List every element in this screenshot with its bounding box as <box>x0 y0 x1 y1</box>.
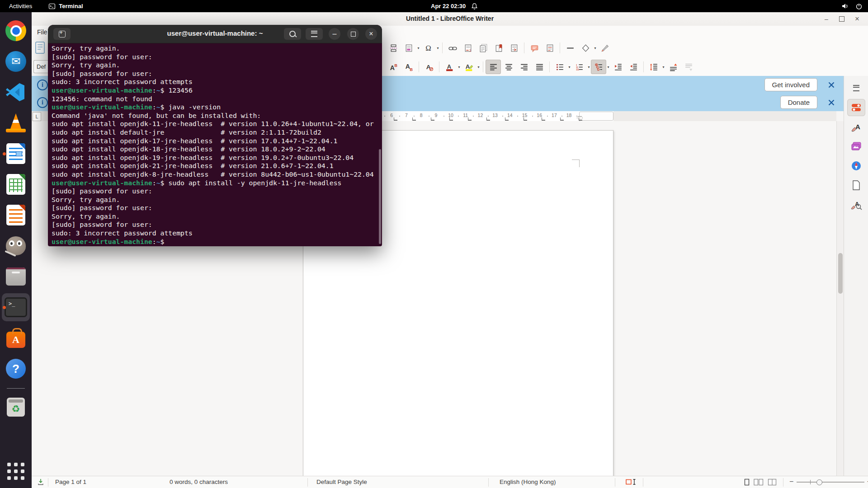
font-color-dropdown-arrow[interactable]: ▾ <box>457 65 461 69</box>
dock-item-terminal[interactable]: >_ <box>2 293 30 321</box>
zoom-out-icon[interactable]: − <box>789 478 793 486</box>
multi-page-view-icon[interactable] <box>754 479 764 486</box>
dock-item-chrome[interactable] <box>2 17 30 45</box>
scrollbar-thumb[interactable] <box>838 253 843 294</box>
single-page-view-icon[interactable] <box>744 479 750 486</box>
highlight-color-dropdown-arrow[interactable]: ▾ <box>476 65 481 69</box>
sidebar-navigator-button[interactable] <box>847 157 865 174</box>
zoom-slider-track[interactable] <box>797 482 864 483</box>
writer-minimize-button[interactable]: – <box>822 14 831 23</box>
terminal-line: user@user-virtual-machine:~$ sudo apt in… <box>52 179 382 188</box>
book-view-icon[interactable] <box>768 479 777 486</box>
vertical-scrollbar[interactable] <box>836 121 844 476</box>
terminal-search-button[interactable] <box>284 28 301 40</box>
numbered-list-button[interactable]: IIIIII <box>571 60 587 74</box>
increase-indent-button[interactable] <box>610 60 626 74</box>
dock-item-ubuntu-software[interactable]: A <box>2 324 30 352</box>
bullet-list-dropdown-arrow[interactable]: ▾ <box>567 65 571 69</box>
text-language[interactable]: English (Hong Kong) <box>500 479 556 485</box>
align-right-button[interactable] <box>516 60 532 74</box>
dock-item-vscode[interactable] <box>2 78 30 106</box>
page-count[interactable]: Page 1 of 1 <box>55 479 86 485</box>
get-involved-button[interactable]: Get involved <box>764 78 817 91</box>
save-status-icon[interactable] <box>37 478 44 486</box>
clear-formatting-button[interactable]: A <box>421 60 437 74</box>
insert-comment-button[interactable] <box>527 41 542 55</box>
cross-reference-button[interactable] <box>506 41 522 55</box>
dock-item-thunderbird[interactable]: ✉ <box>2 47 30 75</box>
writer-maximize-button[interactable] <box>837 14 846 23</box>
terminal-minimize-button[interactable]: – <box>329 28 340 40</box>
infobar-close-icon[interactable] <box>824 78 839 92</box>
insert-field-button[interactable] <box>401 41 416 55</box>
terminal-scrollbar-thumb[interactable] <box>379 149 381 244</box>
terminal-close-button[interactable]: × <box>365 28 377 40</box>
dock-item-trash[interactable]: ♻ <box>2 393 30 421</box>
page-style[interactable]: Default Page Style <box>316 479 367 485</box>
new-document-icon[interactable] <box>34 41 46 55</box>
terminal-output[interactable]: Sorry, try again.[sudo] password for use… <box>48 43 382 246</box>
dock-item-files[interactable] <box>2 263 30 291</box>
terminal-window[interactable]: user@user-virtual-machine: ~ – × Sorry, … <box>48 25 382 246</box>
insert-footnote-button[interactable]: 1 <box>460 41 476 55</box>
activities-button[interactable]: Activities <box>9 3 32 9</box>
align-left-button[interactable] <box>486 60 501 74</box>
sidebar-gallery-button[interactable] <box>847 138 865 155</box>
outline-list-button[interactable] <box>591 60 606 74</box>
donate-button[interactable]: Donate <box>780 96 817 109</box>
dock-item-app-grid[interactable] <box>2 457 30 485</box>
dock-item-libreoffice-calc[interactable] <box>2 170 30 198</box>
sidebar-page-button[interactable] <box>847 177 865 194</box>
bullet-list-button[interactable] <box>552 60 567 74</box>
subscript-button[interactable]: AB <box>401 60 416 74</box>
sidebar-styles-button[interactable]: A <box>847 118 865 136</box>
highlight-color-button[interactable]: A <box>461 60 476 74</box>
sidebar-sidebar-settings-button[interactable] <box>847 80 865 97</box>
align-center-button[interactable] <box>501 60 516 74</box>
line-spacing-button[interactable] <box>646 60 661 74</box>
word-count[interactable]: 0 words, 0 characters <box>170 479 228 485</box>
sidebar-style-inspector-button[interactable]: A <box>847 196 865 213</box>
special-character-icon: Ω <box>424 43 433 53</box>
numbered-list-dropdown-arrow[interactable]: ▾ <box>587 65 591 69</box>
freeform-line-button[interactable] <box>597 41 613 55</box>
selection-mode-icon[interactable] <box>626 479 637 485</box>
dock-item-vlc[interactable] <box>2 109 30 137</box>
dock-item-gimp[interactable] <box>2 232 30 260</box>
basic-shapes-button[interactable] <box>578 41 593 55</box>
cross-reference-icon <box>509 43 519 53</box>
focused-app-menu[interactable]: Terminal <box>48 3 83 10</box>
justify-button[interactable] <box>532 60 547 74</box>
dock-item-libreoffice-impress[interactable] <box>2 201 30 229</box>
dock-item-help[interactable]: ? <box>2 355 30 383</box>
writer-close-button[interactable]: × <box>853 14 862 23</box>
superscript-button[interactable]: AB <box>386 60 401 74</box>
basic-shapes-dropdown-arrow[interactable]: ▾ <box>593 46 597 50</box>
insert-endnote-button[interactable] <box>476 41 491 55</box>
page-break-button[interactable] <box>386 41 401 55</box>
special-character-button[interactable]: Ω <box>420 41 436 55</box>
dock-item-libreoffice-writer[interactable] <box>2 140 30 168</box>
clock-menu[interactable]: Apr 22 02:30 <box>431 3 478 10</box>
system-menu[interactable] <box>841 3 863 10</box>
font-color-button[interactable]: A <box>442 60 457 74</box>
track-changes-button[interactable] <box>542 41 557 55</box>
svg-text:III: III <box>576 68 580 71</box>
insert-field-dropdown-arrow[interactable]: ▾ <box>416 46 420 50</box>
hyperlink-button[interactable] <box>445 41 460 55</box>
horizontal-line-button[interactable] <box>562 41 578 55</box>
decrease-indent-button[interactable] <box>626 60 641 74</box>
insert-bookmark-button[interactable] <box>491 41 506 55</box>
sidebar-properties-button[interactable] <box>847 99 865 116</box>
zoom-slider-thumb[interactable] <box>816 479 822 485</box>
line-spacing-dropdown-arrow[interactable]: ▾ <box>661 65 665 69</box>
terminal-titlebar[interactable]: user@user-virtual-machine: ~ – × <box>48 25 382 43</box>
special-character-dropdown-arrow[interactable]: ▾ <box>436 46 440 50</box>
infobar-close-icon[interactable] <box>824 96 839 109</box>
writer-titlebar[interactable]: Untitled 1 - LibreOffice Writer – × <box>32 12 868 26</box>
terminal-menu-button[interactable] <box>306 28 323 40</box>
tab-stop-type-selector[interactable]: L <box>33 112 41 121</box>
outline-list-dropdown-arrow[interactable]: ▾ <box>606 65 610 69</box>
para-space-increase-button[interactable] <box>665 60 681 74</box>
terminal-maximize-button[interactable] <box>347 28 359 40</box>
